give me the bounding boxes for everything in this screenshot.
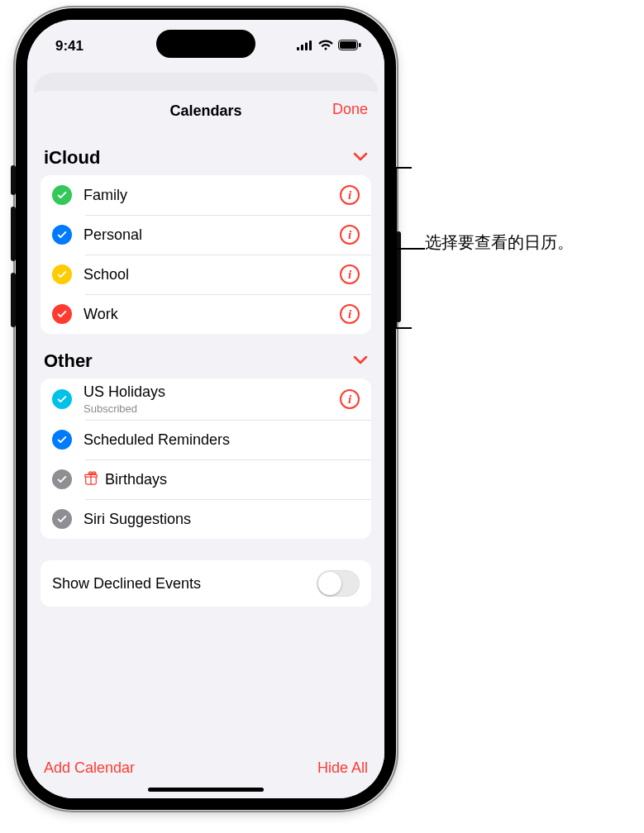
svg-rect-3 bbox=[309, 40, 312, 50]
svg-rect-5 bbox=[340, 41, 356, 49]
check-icon bbox=[52, 509, 72, 529]
calendar-row-birthdays[interactable]: Birthdays bbox=[41, 459, 371, 499]
annotation-text: 选择要查看的日历。 bbox=[425, 231, 574, 254]
volume-down-button[interactable] bbox=[11, 273, 16, 327]
calendar-label: Family bbox=[83, 187, 340, 204]
screen: 9:41 Calendars D bbox=[27, 20, 384, 798]
calendar-sublabel: Subscribed bbox=[83, 402, 340, 415]
show-declined-switch[interactable] bbox=[317, 570, 360, 597]
check-icon bbox=[52, 389, 72, 409]
add-calendar-button[interactable]: Add Calendar bbox=[44, 759, 135, 777]
svg-rect-0 bbox=[297, 47, 299, 50]
done-button[interactable]: Done bbox=[332, 101, 368, 118]
info-icon[interactable]: i bbox=[340, 389, 360, 409]
calendar-row-us-holidays[interactable]: US Holidays Subscribed i bbox=[41, 378, 371, 420]
battery-icon bbox=[338, 38, 361, 55]
info-icon[interactable]: i bbox=[340, 185, 360, 205]
sheet-title: Calendars bbox=[169, 102, 241, 120]
section-header-icloud[interactable]: iCloud bbox=[41, 131, 371, 175]
show-declined-toggle-row: Show Declined Events bbox=[41, 560, 371, 607]
info-icon[interactable]: i bbox=[340, 304, 360, 324]
calendar-row-scheduled-reminders[interactable]: Scheduled Reminders bbox=[41, 420, 371, 459]
dynamic-island bbox=[156, 30, 255, 58]
calendar-row-work[interactable]: Work i bbox=[41, 294, 371, 334]
check-icon bbox=[52, 304, 72, 324]
svg-rect-1 bbox=[301, 45, 303, 50]
check-icon bbox=[52, 185, 72, 205]
calendar-label: US Holidays bbox=[83, 383, 340, 401]
svg-rect-6 bbox=[359, 43, 361, 47]
section-title: Other bbox=[44, 350, 93, 372]
icloud-list: Family i Personal i School i bbox=[41, 175, 371, 334]
check-icon bbox=[52, 469, 72, 489]
other-list: US Holidays Subscribed i Scheduled Remin… bbox=[41, 378, 371, 539]
check-icon bbox=[52, 430, 72, 450]
calendar-label: Birthdays bbox=[105, 471, 360, 488]
check-icon bbox=[52, 225, 72, 245]
section-title: iCloud bbox=[44, 147, 100, 169]
sheet-header: Calendars Done bbox=[27, 91, 384, 131]
calendar-label: Siri Suggestions bbox=[83, 511, 360, 528]
phone-frame: 9:41 Calendars D bbox=[16, 8, 396, 810]
calendar-label: Scheduled Reminders bbox=[83, 431, 360, 449]
hide-all-button[interactable]: Hide All bbox=[317, 759, 368, 777]
info-icon[interactable]: i bbox=[340, 225, 360, 245]
ringer-switch[interactable] bbox=[11, 165, 16, 195]
cellular-icon bbox=[297, 38, 313, 55]
home-indicator[interactable] bbox=[148, 788, 264, 792]
wifi-icon bbox=[318, 38, 333, 55]
calendar-row-family[interactable]: Family i bbox=[41, 175, 371, 215]
info-icon[interactable]: i bbox=[340, 264, 360, 284]
chevron-down-icon bbox=[353, 150, 368, 165]
volume-up-button[interactable] bbox=[11, 207, 16, 261]
calendar-label: Work bbox=[83, 306, 340, 323]
calendars-sheet: Calendars Done iCloud Family bbox=[27, 91, 384, 798]
status-bar: 9:41 bbox=[27, 20, 384, 64]
toggle-label: Show Declined Events bbox=[52, 575, 201, 593]
calendar-label: School bbox=[83, 266, 340, 283]
check-icon bbox=[52, 264, 72, 284]
calendar-row-siri-suggestions[interactable]: Siri Suggestions bbox=[41, 499, 371, 539]
calendar-label: Personal bbox=[83, 226, 340, 244]
status-time: 9:41 bbox=[55, 38, 83, 55]
chevron-down-icon bbox=[353, 354, 368, 369]
section-header-other[interactable]: Other bbox=[41, 334, 371, 378]
svg-rect-2 bbox=[305, 43, 308, 51]
gift-icon bbox=[83, 470, 98, 488]
calendar-row-personal[interactable]: Personal i bbox=[41, 215, 371, 255]
calendar-row-school[interactable]: School i bbox=[41, 255, 371, 294]
